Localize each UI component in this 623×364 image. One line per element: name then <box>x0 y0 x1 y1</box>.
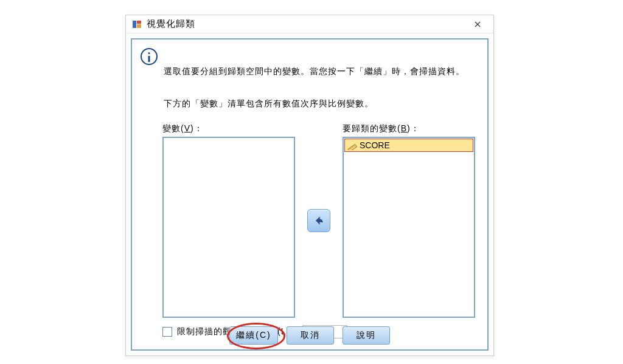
continue-button[interactable]: 繼續(C) <box>229 326 277 345</box>
mover-column <box>302 209 336 232</box>
target-column: 要歸類的變數(B)： SCORE <box>343 123 475 318</box>
client-area: 選取值要分組到歸類空間中的變數。當您按一下「繼續」時，會掃描資料。 下方的「變數… <box>131 38 489 351</box>
ruler-icon <box>347 140 357 150</box>
close-button[interactable] <box>465 16 490 33</box>
target-label: 要歸類的變數(B)： <box>343 123 475 134</box>
variables-label: 變數(V)： <box>162 123 295 134</box>
buttons-row: 繼續(C) 取消 說明 <box>132 326 487 345</box>
list-item[interactable]: SCORE <box>344 139 473 152</box>
svg-rect-2 <box>137 21 141 24</box>
lists-area: 變數(V)： 要歸類的變數(B)： <box>162 123 475 318</box>
svg-rect-3 <box>137 24 141 28</box>
list-item-label: SCORE <box>360 140 390 150</box>
variables-column: 變數(V)： <box>162 123 295 318</box>
titlebar[interactable]: 視覺化歸類 <box>126 15 493 33</box>
info-text: 選取值要分組到歸類空間中的變數。當您按一下「繼續」時，會掃描資料。 下方的「變數… <box>164 47 465 111</box>
dialog-window: 視覺化歸類 選取值要分組到歸類空間中的變數。當您按一下「繼續」時，會掃描資料。 … <box>125 15 494 356</box>
app-icon <box>132 19 142 29</box>
help-button[interactable]: 說明 <box>343 326 390 345</box>
info-line-1: 選取值要分組到歸類空間中的變數。當您按一下「繼續」時，會掃描資料。 <box>164 66 465 76</box>
svg-rect-1 <box>133 21 136 28</box>
arrow-left-icon <box>313 215 325 227</box>
target-listbox[interactable]: SCORE <box>343 137 475 318</box>
move-left-button[interactable] <box>307 209 330 232</box>
info-line-2: 下方的「變數」清單包含所有數值次序與比例變數。 <box>164 98 374 108</box>
variables-listbox[interactable] <box>162 137 295 318</box>
window-title: 視覺化歸類 <box>147 18 465 30</box>
info-icon <box>141 48 158 65</box>
cancel-button[interactable]: 取消 <box>287 326 334 345</box>
info-section: 選取值要分組到歸類空間中的變數。當您按一下「繼續」時，會掃描資料。 下方的「變數… <box>141 47 479 111</box>
